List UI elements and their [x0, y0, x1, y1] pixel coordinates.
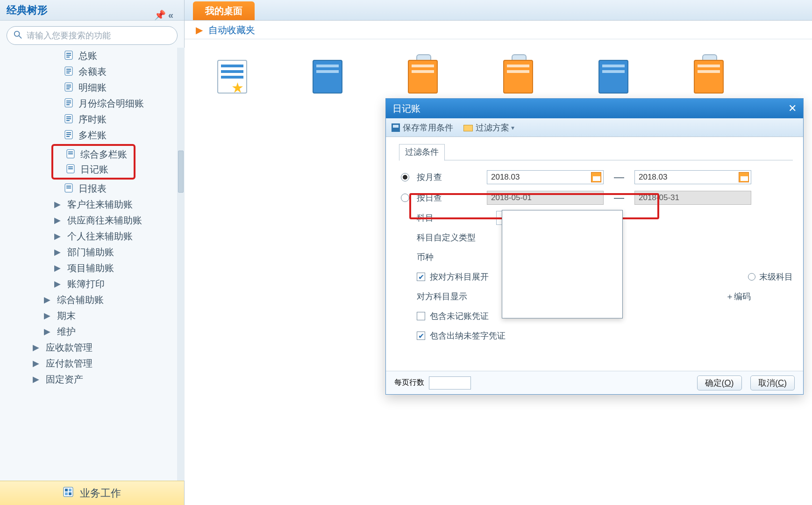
- tree-item[interactable]: 综合多栏账: [65, 147, 134, 162]
- tree-item[interactable]: 明细账: [0, 79, 177, 95]
- calendar-icon[interactable]: [739, 172, 749, 182]
- sidebar-scrollbar[interactable]: [177, 48, 185, 481]
- tree-item[interactable]: ▶供应商往来辅助账: [0, 212, 177, 228]
- collapse-icon[interactable]: «: [168, 5, 178, 14]
- close-icon[interactable]: ✕: [788, 99, 797, 118]
- tree-item[interactable]: ▶维护: [0, 324, 177, 339]
- label-include-unsigned: 包含出纳未签字凭证: [430, 330, 506, 341]
- rows-per-page-input[interactable]: [429, 376, 471, 390]
- filter-scheme-button[interactable]: 过滤方案 ▾: [463, 122, 514, 133]
- subject-dropdown-panel[interactable]: [502, 210, 623, 318]
- ok-button[interactable]: 确定(O): [697, 375, 742, 390]
- svg-rect-3: [66, 53, 71, 54]
- tree-item[interactable]: ▶个人往来辅助账: [0, 228, 177, 244]
- tree-item[interactable]: ▶应付款管理: [0, 355, 177, 371]
- desktop-icon-fav-doc[interactable]: [213, 57, 252, 96]
- tree-label: 综合多栏账: [80, 148, 127, 161]
- svg-rect-13: [66, 88, 70, 89]
- radio-leaf-subject[interactable]: [748, 273, 755, 281]
- filter-tab[interactable]: 过滤条件: [399, 144, 445, 161]
- day-from-input[interactable]: 2018-05-01: [487, 191, 604, 205]
- label-counter-display: 对方科目显示: [417, 291, 496, 302]
- dash: —: [614, 171, 624, 183]
- save-conditions-button[interactable]: 保存常用条件: [392, 122, 453, 133]
- pin-icon[interactable]: 📌: [154, 5, 164, 14]
- desktop-icon-book[interactable]: [594, 57, 633, 96]
- tree-item[interactable]: 序时账: [0, 111, 177, 127]
- day-to-input[interactable]: 2018-05-31: [634, 191, 751, 205]
- checkbox-include-unposted[interactable]: [417, 312, 425, 320]
- tree-label: 固定资产: [46, 373, 83, 386]
- radio-by-month[interactable]: [401, 173, 409, 181]
- radio-by-day[interactable]: [401, 194, 409, 202]
- favorites-bar[interactable]: ▶ 自动收藏夹: [185, 21, 812, 39]
- tree-item-journal[interactable]: 日记账: [65, 162, 134, 177]
- tree-item[interactable]: 日报表: [0, 180, 177, 196]
- svg-rect-31: [68, 168, 73, 169]
- svg-line-1: [19, 36, 21, 38]
- month-to-input[interactable]: 2018.03: [634, 170, 751, 184]
- day-from-value: 2018-05-01: [491, 193, 532, 202]
- tree-item[interactable]: ▶应收款管理: [0, 339, 177, 355]
- desktop-icon-clipboard[interactable]: [403, 57, 442, 96]
- caret-right-icon: ▶: [42, 326, 52, 337]
- tree-item[interactable]: ▶期末: [0, 308, 177, 324]
- svg-rect-28: [68, 153, 73, 154]
- favorites-label: 自动收藏夹: [208, 25, 255, 35]
- label-by-month: 按月查: [417, 172, 487, 183]
- tree-label: 应付款管理: [46, 357, 93, 370]
- calendar-icon[interactable]: [591, 172, 601, 182]
- month-from-input[interactable]: 2018.03: [487, 170, 604, 184]
- cancel-button[interactable]: 取消(C): [750, 375, 795, 390]
- tree-item[interactable]: ▶固定资产: [0, 371, 177, 387]
- dialog-titlebar[interactable]: 日记账 ✕: [386, 99, 803, 118]
- svg-rect-17: [66, 104, 70, 105]
- checkbox-expand-counter[interactable]: [417, 273, 425, 281]
- label-expand-counter: 按对方科目展开: [430, 271, 489, 282]
- main-area: 我的桌面 ▶ 自动收藏夹 购单 日记账 ✕ 保存常用条件 过滤方案 ▾: [185, 0, 812, 505]
- row-by-day: 按日查 2018-05-01 — 2018-05-31: [399, 188, 793, 208]
- tree-label: 日记账: [80, 163, 108, 176]
- tree-item[interactable]: ▶综合辅助账: [0, 292, 177, 308]
- search-box[interactable]: [7, 26, 178, 45]
- tree-item[interactable]: ▶客户往来辅助账: [0, 196, 177, 212]
- tree-item[interactable]: 月份综合明细账: [0, 95, 177, 111]
- search-input[interactable]: [26, 30, 171, 41]
- label-subject-type: 科目自定义类型: [417, 232, 496, 243]
- tree-item[interactable]: ▶项目辅助账: [0, 260, 177, 276]
- tree-item[interactable]: 余额表: [0, 64, 177, 79]
- tree-item[interactable]: ▶部门辅助账: [0, 244, 177, 260]
- tree-item[interactable]: 多栏账: [0, 127, 177, 143]
- tree-label: 总账: [78, 50, 97, 62]
- triangle-right-icon: ▶: [196, 25, 203, 35]
- desktop-icon-book[interactable]: [308, 57, 347, 96]
- checkbox-include-unsigned[interactable]: [417, 332, 425, 340]
- nav-tree: 总账 余额表 明细账 月份综合明细账 序时账 多栏账 综合: [0, 48, 177, 481]
- label-include-unposted: 包含未记账凭证: [430, 310, 489, 322]
- svg-rect-23: [66, 132, 71, 133]
- document-icon: [65, 149, 76, 160]
- tab-desktop[interactable]: 我的桌面: [193, 1, 255, 20]
- svg-rect-19: [66, 116, 71, 117]
- row-by-month: 按月查 2018.03 — 2018.03: [399, 167, 793, 188]
- svg-rect-9: [66, 72, 70, 73]
- journal-dialog: 日记账 ✕ 保存常用条件 过滤方案 ▾ 过滤条件 按月查: [385, 98, 804, 395]
- scrollbar-thumb[interactable]: [178, 151, 184, 193]
- label-leaf-subject: 末级科目: [759, 271, 793, 282]
- desktop-icon-clipboard[interactable]: [499, 57, 538, 96]
- svg-rect-27: [68, 152, 73, 152]
- tree-label: 部门辅助账: [67, 246, 114, 259]
- bottom-tab-label: 业务工作: [80, 486, 121, 500]
- tree-item[interactable]: ▶账簿打印: [0, 276, 177, 292]
- caret-right-icon: ▶: [52, 199, 63, 209]
- tree-item[interactable]: 总账: [0, 48, 177, 64]
- tree-label: 综合辅助账: [57, 294, 104, 306]
- save-label: 保存常用条件: [403, 122, 453, 133]
- document-icon: [65, 164, 76, 175]
- svg-rect-8: [66, 71, 71, 72]
- svg-rect-33: [66, 186, 71, 187]
- bottom-tab-business[interactable]: 业务工作: [0, 481, 184, 505]
- tree-label: 维护: [57, 325, 76, 338]
- dialog-body: 过滤条件 按月查 2018.03 — 2018.03: [386, 137, 803, 371]
- desktop-icon-clipboard[interactable]: [689, 57, 728, 96]
